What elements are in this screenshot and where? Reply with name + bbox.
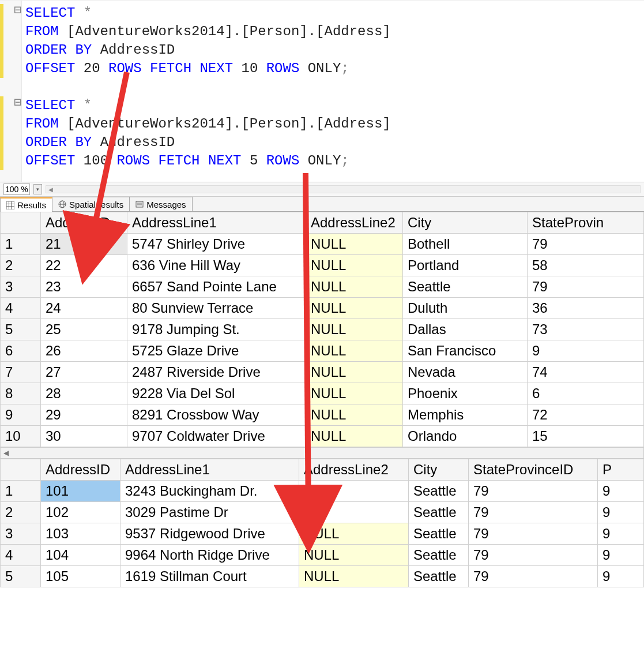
cell[interactable]: 102 (41, 502, 120, 523)
col-addressline1[interactable]: AddressLine1 (120, 459, 299, 481)
cell[interactable]: 5725 Glaze Drive (127, 340, 306, 362)
cell[interactable]: Memphis (403, 404, 528, 426)
table-row[interactable]: 9298291 Crossbow WayNULLMemphis72 (1, 404, 644, 426)
cell[interactable]: 25 (41, 319, 127, 340)
table-row[interactable]: 222636 Vine Hill WayNULLPortland58 (1, 255, 644, 276)
cell[interactable]: 27 (41, 362, 127, 383)
cell[interactable]: 9 (598, 566, 644, 587)
sql-editor[interactable]: ⊟ ⊟ SELECT * FROM [AdventureWorks2014].[… (0, 0, 644, 182)
cell[interactable]: 636 Vine Hill Way (127, 255, 306, 276)
cell[interactable]: 79 (469, 566, 598, 587)
cell[interactable]: 73 (528, 319, 644, 340)
cell[interactable]: 79 (469, 523, 598, 545)
cell[interactable]: 9964 North Ridge Drive (120, 545, 299, 566)
cell[interactable]: 28 (41, 383, 127, 404)
row-number[interactable]: 1 (1, 481, 41, 502)
cell[interactable]: 104 (41, 545, 120, 566)
row-number[interactable]: 3 (1, 523, 41, 545)
cell[interactable]: Seattle (403, 276, 528, 298)
cell[interactable]: 9 (598, 502, 644, 523)
tab-spatial[interactable]: Spatial results (52, 197, 130, 211)
cell[interactable]: 22 (41, 255, 127, 276)
table-row[interactable]: 42480 Sunview TerraceNULLDuluth36 (1, 298, 644, 319)
cell[interactable]: 36 (528, 298, 644, 319)
cell[interactable]: 15 (528, 426, 644, 447)
cell[interactable]: Orlando (403, 426, 528, 447)
col-stateprov[interactable]: StateProvin (528, 212, 644, 234)
cell[interactable]: Seattle (409, 523, 469, 545)
collapse-icon[interactable]: ⊟ (14, 3, 21, 16)
tab-messages[interactable]: Messages (129, 197, 192, 211)
cell[interactable]: NULL (306, 362, 403, 383)
collapse-icon[interactable]: ⊟ (14, 96, 21, 108)
cell[interactable]: Phoenix (403, 383, 528, 404)
cell[interactable]: NULL (306, 404, 403, 426)
col-addressline1[interactable]: AddressLine1 (127, 212, 306, 234)
cell[interactable]: 79 (469, 502, 598, 523)
table-row[interactable]: 31039537 Ridgewood DriveNULLSeattle799 (1, 523, 644, 545)
cell[interactable]: 29 (41, 404, 127, 426)
row-number[interactable]: 10 (1, 426, 41, 447)
row-number[interactable]: 4 (1, 298, 41, 319)
cell[interactable]: NULL (306, 298, 403, 319)
cell[interactable]: NULL (306, 255, 403, 276)
zoom-dropdown-icon[interactable]: ▾ (33, 184, 42, 194)
cell[interactable]: 9 (598, 523, 644, 545)
row-number[interactable]: 2 (1, 502, 41, 523)
cell[interactable]: Seattle (409, 481, 469, 502)
cell[interactable]: Nevada (403, 362, 528, 383)
row-number[interactable]: 5 (1, 319, 41, 340)
grid1-hscroll[interactable]: ◀ (0, 447, 644, 459)
cell[interactable]: 8291 Crossbow Way (127, 404, 306, 426)
row-number[interactable]: 5 (1, 566, 41, 587)
cell[interactable]: Seattle (409, 566, 469, 587)
cell[interactable]: Dallas (403, 319, 528, 340)
cell[interactable]: NULL (299, 523, 409, 545)
cell[interactable]: NULL (306, 276, 403, 298)
col-addressid[interactable]: AddressID (41, 212, 127, 234)
cell[interactable]: 3243 Buckingham Dr. (120, 481, 299, 502)
cell[interactable]: 21 (41, 234, 127, 255)
cell[interactable]: 79 (469, 481, 598, 502)
col-city[interactable]: City (403, 212, 528, 234)
table-row[interactable]: 51051619 Stillman CourtNULLSeattle799 (1, 566, 644, 587)
cell[interactable]: 79 (528, 234, 644, 255)
scroll-left-icon[interactable]: ◀ (1, 448, 11, 458)
cell[interactable]: 1619 Stillman Court (120, 566, 299, 587)
cell[interactable]: NULL (306, 234, 403, 255)
results-grid-2[interactable]: AddressID AddressLine1 AddressLine2 City… (0, 459, 644, 587)
col-addressline2[interactable]: AddressLine2 (299, 459, 409, 481)
cell[interactable]: 103 (41, 523, 120, 545)
cell[interactable]: NULL (306, 319, 403, 340)
code-area[interactable]: SELECT * FROM [AdventureWorks2014].[Pers… (22, 1, 391, 182)
cell[interactable]: Portland (403, 255, 528, 276)
cell[interactable]: San Francisco (403, 340, 528, 362)
cell[interactable]: 26 (41, 340, 127, 362)
col-addressline2[interactable]: AddressLine2 (306, 212, 403, 234)
row-number[interactable]: 4 (1, 545, 41, 566)
cell[interactable]: 3029 Pastime Dr (120, 502, 299, 523)
editor-hscroll[interactable]: ◀ (46, 185, 641, 193)
cell[interactable]: 23 (41, 276, 127, 298)
cell[interactable]: NULL (306, 340, 403, 362)
table-row[interactable]: 1215747 Shirley DriveNULLBothell79 (1, 234, 644, 255)
row-number[interactable]: 1 (1, 234, 41, 255)
cell[interactable]: 9 (598, 545, 644, 566)
col-addressid[interactable]: AddressID (41, 459, 120, 481)
cell[interactable]: 9537 Ridgewood Drive (120, 523, 299, 545)
col-city[interactable]: City (409, 459, 469, 481)
cell[interactable]: # 207 (299, 481, 409, 502)
table-row[interactable]: 3236657 Sand Pointe LaneNULLSeattle79 (1, 276, 644, 298)
cell[interactable]: 105 (41, 566, 120, 587)
cell[interactable]: 2487 Riverside Drive (127, 362, 306, 383)
cell[interactable]: 72 (528, 404, 644, 426)
cell[interactable]: NULL (299, 545, 409, 566)
table-row[interactable]: 21023029 Pastime Dr# 2Seattle799 (1, 502, 644, 523)
table-row[interactable]: 7272487 Riverside DriveNULLNevada74 (1, 362, 644, 383)
table-row[interactable]: 5259178 Jumping St.NULLDallas73 (1, 319, 644, 340)
row-number[interactable]: 8 (1, 383, 41, 404)
cell[interactable]: 30 (41, 426, 127, 447)
row-number[interactable]: 2 (1, 255, 41, 276)
col-p[interactable]: P (598, 459, 644, 481)
cell[interactable]: 6 (528, 383, 644, 404)
